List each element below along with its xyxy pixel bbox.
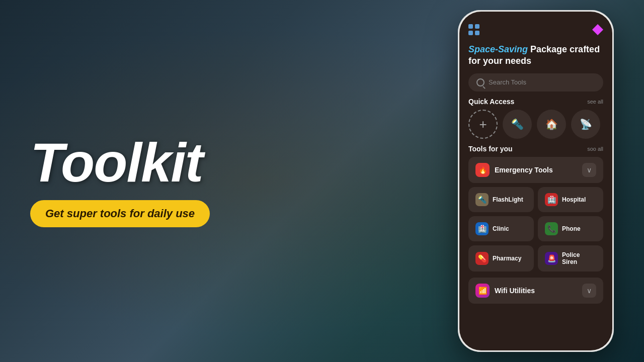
pharmacy-label: Pharmacy <box>493 255 521 262</box>
grid-dot-4 <box>475 31 479 35</box>
police-siren-label: Police Siren <box>562 251 596 265</box>
tool-hospital[interactable]: 🏥 Hospital <box>538 187 603 212</box>
emergency-chevron[interactable]: ∨ <box>582 163 596 177</box>
emergency-title: Emergency Tools <box>495 166 577 174</box>
flashlight-icon: 🔦 <box>475 193 489 206</box>
tool-phone[interactable]: 📞 Phone <box>538 216 603 241</box>
left-content: Toolkit Get super tools for daily use <box>30 135 210 227</box>
tool-grid: 🔦 FlashLight 🏥 Hospital 🏥 Clinic 📞 <box>468 187 603 272</box>
tools-section-title: Tools for you <box>468 145 513 153</box>
subtitle-badge: Get super tools for daily use <box>30 200 210 227</box>
top-bar <box>468 22 603 38</box>
grid-icon[interactable] <box>468 24 479 35</box>
flashlight-label: FlashLight <box>493 196 523 203</box>
subtitle-text: Get super tools for daily use <box>45 207 195 220</box>
grid-dot-3 <box>468 31 473 35</box>
phone-label: Phone <box>562 225 581 232</box>
quick-access-section: Quick Access see all 🔦 🏠 📡 <box>468 98 603 139</box>
wifi-utilities-icon: 📶 <box>475 284 490 298</box>
tool-pharmacy[interactable]: 💊 Pharmacy <box>468 245 534 272</box>
phone-mockup: Space-Saving Package crafted for your ne… <box>458 10 614 352</box>
search-bar[interactable]: Search Tools <box>468 73 603 92</box>
app-heading: Space-Saving Package crafted for your ne… <box>468 44 603 67</box>
heading-highlight: Space-Saving <box>468 44 528 54</box>
search-icon <box>476 78 485 86</box>
hospital-label: Hospital <box>562 196 586 203</box>
clinic-label: Clinic <box>493 225 509 232</box>
quick-access-title: Quick Access <box>468 98 514 106</box>
tools-see-all[interactable]: soo all <box>587 146 603 152</box>
diamond-icon <box>592 24 603 35</box>
qa-add-button[interactable] <box>468 110 498 139</box>
qa-flashlight-button[interactable]: 🔦 <box>503 110 532 139</box>
search-placeholder: Search Tools <box>489 78 526 86</box>
quick-access-see-all[interactable]: see all <box>587 99 603 105</box>
tool-flashlight[interactable]: 🔦 FlashLight <box>468 187 534 212</box>
qa-wifi-button[interactable]: 📡 <box>571 110 600 139</box>
police-siren-icon: 🚨 <box>545 252 558 265</box>
phone-screen: Space-Saving Package crafted for your ne… <box>459 12 612 350</box>
qa-home-button[interactable]: 🏠 <box>537 110 566 139</box>
grid-dot-1 <box>468 24 473 29</box>
wifi-chevron[interactable]: ∨ <box>582 284 596 298</box>
tool-police-siren[interactable]: 🚨 Police Siren <box>538 245 603 272</box>
tools-section-header: Tools for you soo all <box>468 145 603 153</box>
phone-inner: Space-Saving Package crafted for your ne… <box>459 12 612 350</box>
phone-shell: Space-Saving Package crafted for your ne… <box>458 10 614 352</box>
phone-icon: 📞 <box>545 222 558 235</box>
hospital-icon: 🏥 <box>545 193 558 206</box>
tools-for-you-section: Tools for you soo all 🔥 Emergency Tools … <box>468 145 603 345</box>
grid-dot-2 <box>475 24 479 29</box>
clinic-icon: 🏥 <box>475 222 489 235</box>
emergency-tools-accordion[interactable]: 🔥 Emergency Tools ∨ <box>468 157 603 183</box>
emergency-icon: 🔥 <box>475 163 490 177</box>
wifi-utilities-accordion[interactable]: 📶 Wifi Utilities ∨ <box>468 278 603 304</box>
wifi-utilities-title: Wifi Utilities <box>495 287 577 295</box>
main-title: Toolkit <box>30 135 210 190</box>
quick-access-row: 🔦 🏠 📡 <box>468 110 603 139</box>
tool-clinic[interactable]: 🏥 Clinic <box>468 216 534 241</box>
quick-access-header: Quick Access see all <box>468 98 603 106</box>
pharmacy-icon: 💊 <box>475 252 489 265</box>
